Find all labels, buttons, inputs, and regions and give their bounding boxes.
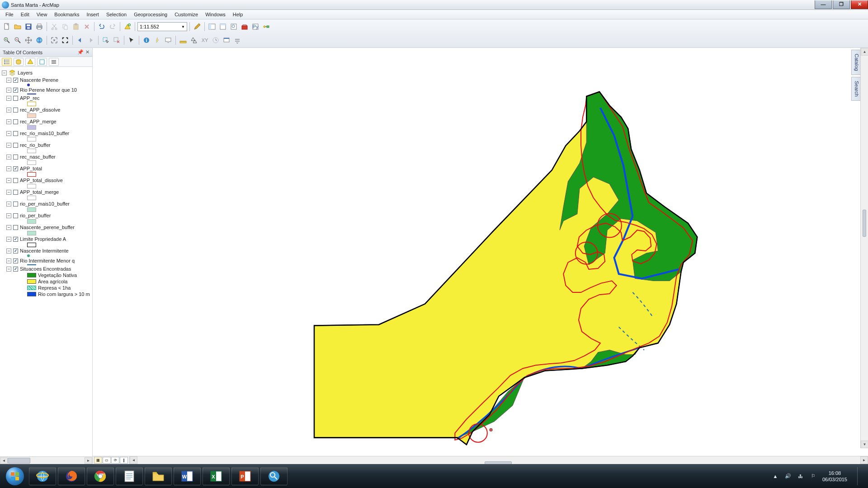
layer-1[interactable]: −Rio Perene Menor que 10 (2, 87, 92, 93)
layer-checkbox[interactable] (13, 178, 18, 183)
layer-5[interactable]: −rec_rio_mais10_buffer (2, 130, 92, 136)
expand-icon[interactable]: − (6, 202, 11, 206)
print-button[interactable] (34, 22, 44, 32)
class-17-3[interactable]: Rio com largura > 10 m (2, 291, 92, 297)
layer-15[interactable]: −Nascente Intermitente (2, 248, 92, 254)
go-back-button[interactable] (75, 35, 85, 45)
close-button[interactable]: ✕ (851, 0, 868, 9)
task-ie[interactable] (29, 467, 56, 485)
show-desktop-button[interactable] (857, 467, 863, 485)
fixed-zoom-out-button[interactable] (60, 35, 70, 45)
catalog-tab[interactable]: Catalog (851, 50, 860, 75)
layer-checkbox[interactable] (13, 249, 18, 253)
task-arcmap[interactable] (260, 467, 288, 485)
data-view-tab[interactable]: ▦ (94, 457, 102, 464)
menu-bookmarks[interactable]: Bookmarks (51, 10, 83, 19)
layer-checkbox[interactable] (13, 143, 18, 148)
search-tab[interactable]: Search (851, 77, 860, 101)
expand-icon[interactable]: − (2, 70, 7, 75)
html-popup-button[interactable] (163, 35, 173, 45)
list-by-selection-tab[interactable] (37, 58, 47, 66)
layer-0[interactable]: −Nascente Perene (2, 77, 92, 83)
new-button[interactable] (2, 22, 12, 32)
layer-checkbox[interactable] (13, 155, 18, 160)
layer-14[interactable]: −Limite Propriedade A (2, 236, 92, 242)
modelbuilder-button[interactable] (261, 22, 271, 32)
identify-button[interactable]: i (142, 35, 151, 45)
layer-checkbox[interactable] (13, 267, 18, 272)
toc-options-tab[interactable] (49, 58, 59, 66)
scroll-left-map-icon[interactable]: ◄ (130, 456, 137, 464)
map-view[interactable]: ▲ ▼ Catalog Search (93, 48, 868, 456)
expand-icon[interactable]: − (6, 108, 11, 113)
toc-pin-icon[interactable]: 📌 (77, 49, 84, 55)
task-firefox[interactable] (58, 467, 85, 485)
expand-icon[interactable]: − (6, 143, 11, 148)
network-icon[interactable]: 🖧 (797, 473, 804, 480)
undo-button[interactable] (97, 22, 107, 32)
layer-checkbox[interactable] (13, 131, 18, 136)
menu-geoprocessing[interactable]: Geoprocessing (130, 10, 171, 19)
expand-icon[interactable]: − (6, 155, 11, 160)
expand-icon[interactable]: − (6, 267, 11, 272)
zoom-out-button[interactable] (13, 35, 23, 45)
create-viewer-button[interactable] (222, 35, 231, 45)
layout-view-tab[interactable]: ▭ (103, 457, 111, 464)
menu-view[interactable]: View (33, 10, 51, 19)
layer-checkbox[interactable] (13, 213, 18, 218)
layer-2[interactable]: −APP_rec (2, 95, 92, 101)
layer-checkbox[interactable] (13, 119, 18, 124)
save-button[interactable] (24, 22, 33, 32)
layer-13[interactable]: −Nascente_perene_buffer (2, 224, 92, 230)
layer-checkbox[interactable] (13, 78, 18, 83)
layer-10[interactable]: −APP_total_merge (2, 189, 92, 195)
expand-icon[interactable]: − (6, 166, 11, 171)
task-word[interactable]: W (174, 467, 201, 485)
scroll-up-icon[interactable]: ▲ (861, 48, 868, 56)
menu-insert[interactable]: Insert (83, 10, 103, 19)
task-explorer[interactable] (145, 467, 172, 485)
menu-customize[interactable]: Customize (171, 10, 202, 19)
flag-icon[interactable]: ⚐ (810, 473, 817, 480)
menu-selection[interactable]: Selection (103, 10, 130, 19)
tray-more-icon[interactable]: ▲ (772, 473, 779, 480)
open-button[interactable] (13, 22, 23, 32)
layer-checkbox[interactable] (13, 258, 18, 263)
toc-close-icon[interactable]: ✕ (85, 49, 90, 55)
refresh-button[interactable]: ⟳ (111, 457, 119, 464)
arctoolbox-button[interactable] (240, 22, 250, 32)
expand-icon[interactable]: − (6, 96, 11, 101)
add-data-button[interactable] (123, 22, 132, 32)
toolbar-options-button[interactable] (232, 35, 242, 45)
select-elements-button[interactable] (127, 35, 137, 45)
search-window-button[interactable] (229, 22, 239, 32)
layer-checkbox[interactable] (13, 88, 18, 93)
cut-button[interactable] (49, 22, 59, 32)
class-17-0[interactable]: Vegetação Nativa (2, 272, 92, 278)
layer-checkbox[interactable] (13, 237, 18, 242)
toc-button[interactable] (207, 22, 217, 32)
layer-checkbox[interactable] (13, 225, 18, 230)
layer-17[interactable]: −Situacoes Encontradas (2, 266, 92, 272)
scale-input[interactable]: 1:11.552▼ (137, 22, 187, 31)
paste-button[interactable] (71, 22, 81, 32)
expand-icon[interactable]: − (6, 258, 11, 263)
fixed-zoom-in-button[interactable] (49, 35, 59, 45)
expand-icon[interactable]: − (6, 237, 11, 242)
scroll-left-icon[interactable]: ◄ (0, 457, 8, 464)
find-route-button[interactable]: XY (200, 35, 210, 45)
list-by-visibility-tab[interactable] (25, 58, 35, 66)
scroll-right-icon[interactable]: ► (85, 457, 92, 464)
scroll-down-icon[interactable]: ▼ (861, 441, 868, 448)
layer-8[interactable]: −APP_total (2, 165, 92, 172)
expand-icon[interactable]: − (6, 88, 11, 93)
expand-icon[interactable]: − (6, 225, 11, 230)
scroll-thumb[interactable] (8, 458, 30, 464)
find-button[interactable] (189, 35, 199, 45)
menu-edit[interactable]: Edit (17, 10, 33, 19)
layer-3[interactable]: −rec_APP_dissolve (2, 107, 92, 113)
task-notepad[interactable] (116, 467, 143, 485)
layer-checkbox[interactable] (13, 202, 18, 206)
python-button[interactable]: Py (250, 22, 260, 32)
toc-tree[interactable]: −Layers−Nascente Perene−Rio Perene Menor… (0, 67, 92, 456)
